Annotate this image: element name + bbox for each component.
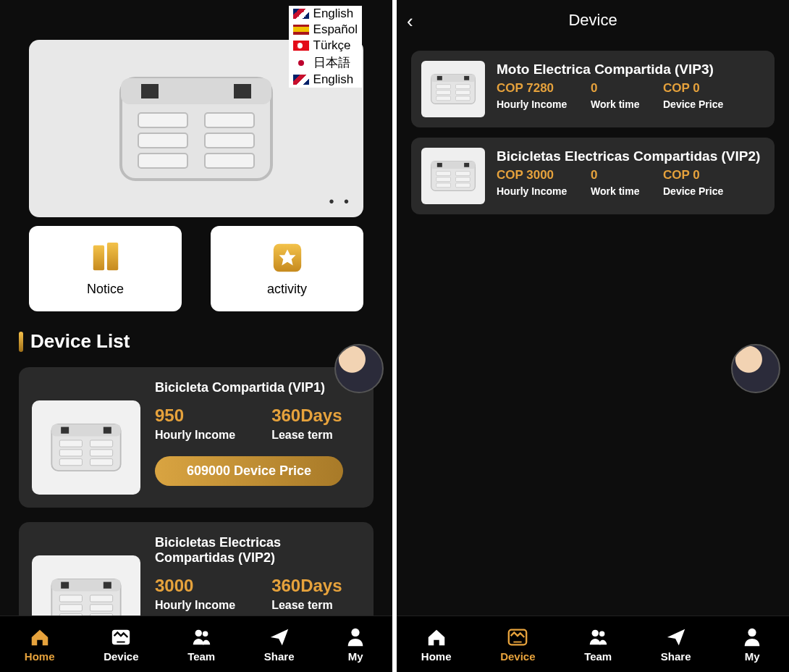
svg-point-16 xyxy=(203,631,208,637)
device-icon xyxy=(505,626,530,648)
nav-label: Home xyxy=(25,650,55,663)
nav-share[interactable]: Share xyxy=(661,626,691,663)
activity-label: activity xyxy=(267,282,307,297)
svg-rect-11 xyxy=(106,242,117,269)
nav-label: My xyxy=(348,650,363,663)
language-menu[interactable]: English Español Türkçe 日本語 English xyxy=(289,6,362,88)
hourly-income-value: COP 3000 xyxy=(497,168,591,182)
svg-point-17 xyxy=(352,628,360,636)
owned-device-card[interactable]: Moto Electrica Compartida (VIP3) COP 728… xyxy=(411,51,775,127)
nav-home[interactable]: Home xyxy=(421,626,452,663)
device-title: Bicicletas Electricas Compartidas (VIP2) xyxy=(155,535,360,566)
work-time-label: Work time xyxy=(591,98,663,110)
support-avatar[interactable] xyxy=(731,344,780,393)
hourly-income-value: COP 7280 xyxy=(497,81,591,96)
home-icon xyxy=(28,626,52,648)
nav-device[interactable]: Device xyxy=(104,626,138,663)
device-price-value: COP 0 xyxy=(663,168,750,182)
carousel-dots[interactable]: • • xyxy=(329,193,352,210)
hourly-income-label: Hourly Income xyxy=(155,599,235,612)
lang-label: English xyxy=(313,72,354,87)
screen-home: English Español Türkçe 日本語 English • • xyxy=(0,0,392,672)
device-list-item[interactable]: Bicicleta Compartida (VIP1) 950 Hourly I… xyxy=(19,367,374,508)
notice-label: Notice xyxy=(87,282,124,297)
lang-option-turkce[interactable]: Türkçe xyxy=(289,38,362,54)
share-icon xyxy=(664,626,688,648)
flag-uk-icon xyxy=(293,9,309,19)
notice-icon xyxy=(89,241,122,274)
device-header: ‹ Device xyxy=(397,0,789,41)
screen-device: ‹ Device Moto Electrica Compartida (VIP3… xyxy=(397,0,789,672)
nav-label: Device xyxy=(104,650,138,663)
lease-term-label: Lease term xyxy=(271,429,342,442)
page-title: Device xyxy=(568,11,617,30)
hourly-income-label: Hourly Income xyxy=(497,98,591,110)
bottom-nav: Home Device Team Share My xyxy=(0,616,392,672)
nav-home[interactable]: Home xyxy=(25,626,55,663)
support-avatar[interactable] xyxy=(334,344,384,393)
work-time-value: 0 xyxy=(591,81,663,96)
hourly-income-value: 950 xyxy=(155,406,235,426)
svg-point-22 xyxy=(748,628,756,636)
lang-label: Español xyxy=(313,22,358,37)
svg-point-15 xyxy=(195,629,202,636)
lang-label: Türkçe xyxy=(313,38,351,53)
flag-jp-icon xyxy=(293,58,309,68)
lang-option-japanese[interactable]: 日本語 xyxy=(289,54,362,72)
svg-rect-10 xyxy=(93,245,104,270)
back-icon: ‹ xyxy=(407,10,413,32)
svg-rect-19 xyxy=(514,641,522,642)
my-icon xyxy=(740,626,764,648)
team-icon xyxy=(189,626,214,648)
device-name: Bicicletas Electricas Compartidas (VIP2) xyxy=(497,148,764,165)
device-price-label: Device Price xyxy=(663,98,750,110)
nav-label: Device xyxy=(500,650,535,663)
nav-label: Share xyxy=(661,650,691,663)
lang-option-english-2[interactable]: English xyxy=(289,72,362,88)
nav-team[interactable]: Team xyxy=(187,626,215,663)
nav-label: My xyxy=(745,650,760,663)
flag-uk-icon xyxy=(293,75,309,85)
lang-label: English xyxy=(313,7,354,21)
device-thumb xyxy=(421,61,485,117)
nav-label: Team xyxy=(187,650,215,663)
hourly-income-label: Hourly Income xyxy=(155,429,235,442)
heading-text: Device List xyxy=(30,330,130,353)
svg-point-20 xyxy=(592,629,599,636)
activity-icon xyxy=(271,241,304,274)
svg-rect-14 xyxy=(117,641,125,642)
notice-button[interactable]: Notice xyxy=(29,226,182,311)
lang-label: 日本語 xyxy=(313,54,350,71)
nav-share[interactable]: Share xyxy=(264,626,295,663)
work-time-label: Work time xyxy=(591,185,663,197)
my-icon xyxy=(343,626,368,648)
nav-my[interactable]: My xyxy=(343,626,368,663)
back-button[interactable]: ‹ xyxy=(407,10,413,33)
nav-my[interactable]: My xyxy=(740,626,764,663)
lang-option-english[interactable]: English xyxy=(289,6,362,22)
owned-device-card[interactable]: Bicicletas Electricas Compartidas (VIP2)… xyxy=(411,138,775,214)
nav-team[interactable]: Team xyxy=(584,626,612,663)
nav-label: Team xyxy=(584,650,612,663)
svg-point-21 xyxy=(599,631,605,637)
team-icon xyxy=(586,626,610,648)
device-price-value: COP 0 xyxy=(663,81,750,96)
lease-term-value: 360Days xyxy=(271,406,342,426)
bottom-nav: Home Device Team Share My xyxy=(397,616,789,672)
lease-term-value: 360Days xyxy=(271,576,342,596)
flag-es-icon xyxy=(293,25,309,35)
nav-label: Home xyxy=(421,650,452,663)
work-time-value: 0 xyxy=(591,168,663,182)
device-price-button[interactable]: 609000 Device Price xyxy=(155,456,343,486)
device-thumb xyxy=(421,148,485,204)
activity-button[interactable]: activity xyxy=(211,226,363,311)
hourly-income-label: Hourly Income xyxy=(497,185,591,197)
lang-option-espanol[interactable]: Español xyxy=(289,22,362,38)
device-title: Bicicleta Compartida (VIP1) xyxy=(155,380,360,395)
hourly-income-value: 3000 xyxy=(155,576,235,596)
device-price-label: Device Price xyxy=(663,185,750,197)
device-name: Moto Electrica Compartida (VIP3) xyxy=(497,61,764,78)
flag-tr-icon xyxy=(293,41,309,51)
nav-device[interactable]: Device xyxy=(500,626,535,663)
device-icon xyxy=(109,626,133,648)
